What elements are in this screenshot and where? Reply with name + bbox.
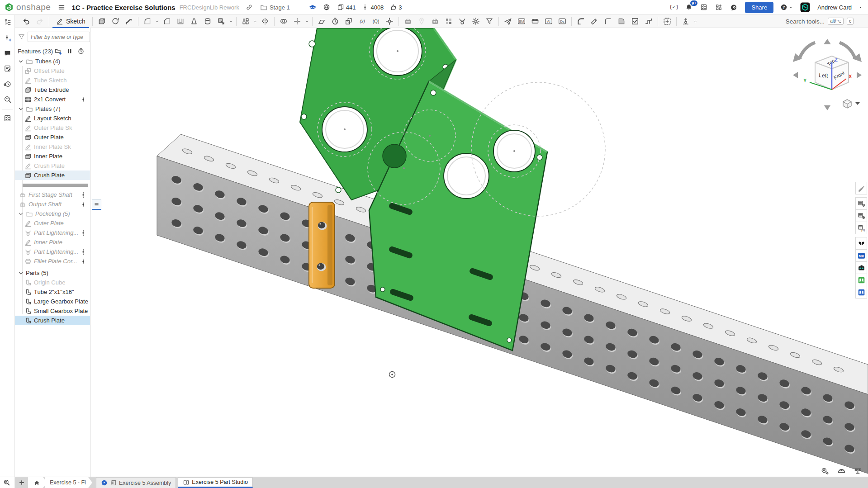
- tree-item[interactable]: Inner Plate: [15, 152, 90, 161]
- tree-item[interactable]: Fillet Plate Cor...: [15, 256, 90, 266]
- help-menu[interactable]: ?: [780, 4, 793, 11]
- tree-item[interactable]: Crush Plate: [15, 316, 90, 325]
- chevron-down-icon[interactable]: [228, 19, 233, 24]
- undo-icon[interactable]: [20, 16, 32, 27]
- rotate-up-arrow[interactable]: [824, 39, 831, 44]
- redo-icon[interactable]: [34, 16, 46, 27]
- notifications-bell-icon[interactable]: 9+: [685, 3, 693, 11]
- variable-icon[interactable]: (x): [356, 16, 368, 27]
- tree-item[interactable]: First Stage Shaft: [15, 190, 90, 199]
- tree-folder[interactable]: Pocketing (5): [15, 209, 90, 218]
- mkcad-app-icon[interactable]: MK: [855, 249, 867, 262]
- sweep-icon[interactable]: [123, 16, 135, 27]
- tree-item[interactable]: Origin Cube: [15, 278, 90, 287]
- tree-folder[interactable]: Tubes (4): [15, 57, 90, 66]
- rotate-ccw-arrow[interactable]: [800, 43, 815, 58]
- sketch-button[interactable]: Sketch: [52, 15, 90, 28]
- tree-item[interactable]: Offset Plate: [15, 66, 90, 76]
- tree-folder[interactable]: Plates (7): [15, 104, 90, 114]
- tree-item[interactable]: Inner Plate Sk: [15, 142, 90, 152]
- tab-exercise-5-assembly[interactable]: Exercise 5 Assembly: [96, 477, 176, 488]
- link-icon[interactable]: [246, 3, 254, 11]
- tree-item[interactable]: Part Lightening...: [15, 247, 90, 256]
- filter-icon[interactable]: [484, 16, 495, 27]
- filter-input[interactable]: [28, 32, 90, 42]
- add-origin-icon[interactable]: [661, 16, 673, 27]
- user-avatar[interactable]: [800, 2, 811, 13]
- measure-length-icon[interactable]: [821, 466, 830, 475]
- tree-item[interactable]: Outer Plate: [15, 218, 90, 228]
- view-options-button[interactable]: [843, 99, 860, 108]
- tree-item[interactable]: Outer Plate Sk: [15, 123, 90, 133]
- workspace-crumb[interactable]: Stage 1: [260, 4, 290, 11]
- sketch-check-icon[interactable]: [629, 16, 641, 27]
- custom-feature-robot-2-icon[interactable]: [429, 16, 441, 27]
- rotate-left-arrow[interactable]: [793, 72, 798, 78]
- add-tab-button[interactable]: [17, 478, 27, 488]
- chevron-down-icon[interactable]: [693, 19, 698, 24]
- mate-connector-feature-icon[interactable]: [456, 16, 468, 27]
- chamfer-icon[interactable]: [161, 16, 173, 27]
- tree-item[interactable]: Small Gearbox Plate: [15, 306, 90, 316]
- search-tabs-icon[interactable]: [3, 479, 11, 487]
- draft-icon[interactable]: [188, 16, 200, 27]
- rollback-bar-handle[interactable]: [23, 184, 88, 187]
- learning-center-icon[interactable]: [730, 3, 738, 11]
- transform-icon[interactable]: [343, 16, 355, 27]
- chevron-down-icon[interactable]: [17, 210, 24, 218]
- notes-icon[interactable]: [2, 63, 13, 74]
- crush-plate-part-selected[interactable]: [309, 202, 335, 288]
- view-cube[interactable]: Top Left Front Z X Y: [789, 33, 866, 115]
- feature-state-dots-icon[interactable]: [80, 96, 86, 103]
- tree-item[interactable]: Inner Plate: [15, 237, 90, 247]
- split-icon[interactable]: [291, 16, 303, 27]
- hole-wizard-icon[interactable]: [215, 16, 227, 27]
- appearance-panel-icon[interactable]: [855, 182, 867, 194]
- trim-icon[interactable]: [588, 16, 600, 27]
- corner-fill-icon[interactable]: [616, 16, 627, 27]
- add-folder-icon[interactable]: [55, 47, 62, 55]
- gear-feature-icon[interactable]: [470, 16, 482, 27]
- tree-item[interactable]: Tube Sketch: [15, 76, 90, 85]
- blue-library-app-icon[interactable]: [855, 286, 867, 298]
- graphics-area[interactable]: Top Left Front Z X Y (x)MK: [90, 28, 868, 477]
- feature-list-icon[interactable]: [2, 17, 13, 28]
- finish-pattern-icon[interactable]: [443, 16, 455, 27]
- search-tools[interactable]: Search tools... alt/⌥ c: [786, 18, 854, 25]
- exploded-view-icon[interactable]: [384, 16, 395, 27]
- tree-item[interactable]: Crush Plate: [15, 161, 90, 171]
- feature-state-dots-icon[interactable]: [80, 191, 86, 199]
- app-store-icon[interactable]: [715, 3, 723, 11]
- chevron-down-icon[interactable]: [17, 58, 24, 65]
- tree-item[interactable]: Tube Extrude: [15, 85, 90, 95]
- tab-exercise-5-flip[interactable]: Exercise 5 - Flip: [45, 477, 92, 488]
- checklist-icon[interactable]: [2, 109, 13, 123]
- revolve-icon[interactable]: [109, 16, 121, 27]
- tree-item[interactable]: Outer Plate: [15, 133, 90, 142]
- rotate-right-arrow[interactable]: [857, 72, 862, 78]
- tree-item[interactable]: Layout Sketch: [15, 114, 90, 123]
- tree-item[interactable]: Crush Plate: [15, 171, 90, 180]
- view-cube-left-label[interactable]: Left: [819, 72, 829, 79]
- ds-badge-icon[interactable]: Ds: [556, 16, 568, 27]
- bend-icon[interactable]: [575, 16, 587, 27]
- onshape-logo-icon[interactable]: [5, 3, 14, 12]
- history-icon[interactable]: [2, 78, 13, 89]
- variables-table-icon[interactable]: (x): [855, 222, 867, 234]
- measure-angle-icon[interactable]: [837, 466, 846, 475]
- corner-icon[interactable]: [602, 16, 614, 27]
- search-in-document-icon[interactable]: [2, 94, 13, 104]
- user-menu-caret-icon[interactable]: [859, 5, 863, 9]
- mate-connector-tool-icon[interactable]: [680, 16, 692, 27]
- user-name[interactable]: Andrew Card: [817, 4, 852, 11]
- feature-state-dots-icon[interactable]: [80, 258, 86, 265]
- custom-feature-robot-icon[interactable]: [402, 16, 414, 27]
- bom-table-icon[interactable]: [855, 197, 867, 210]
- helix-icon[interactable]: [329, 16, 341, 27]
- chevron-down-icon[interactable]: [253, 19, 258, 24]
- rollback-bar[interactable]: [15, 180, 90, 190]
- butterfly-app-icon[interactable]: [855, 237, 867, 250]
- home-tab-button[interactable]: [28, 477, 47, 488]
- tab-exercise-5-part-studio[interactable]: Exercise 5 Part Studio: [178, 477, 253, 488]
- tree-section[interactable]: Parts (5): [15, 268, 90, 278]
